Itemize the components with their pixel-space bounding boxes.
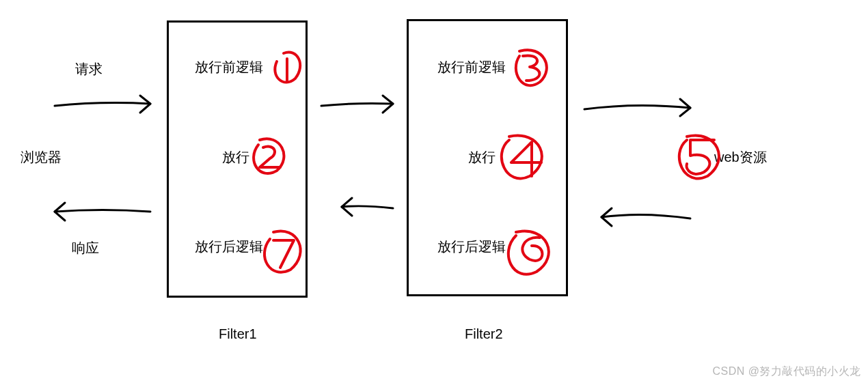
browser-label: 浏览器: [21, 148, 62, 167]
watermark: CSDN @努力敲代码的小火龙: [712, 365, 861, 379]
filter2-pre-label: 放行前逻辑: [437, 58, 506, 76]
filter2-caption: Filter2: [465, 326, 503, 342]
filter1-pass-label: 放行: [222, 148, 249, 167]
filter2-post-label: 放行后逻辑: [437, 238, 506, 256]
filter2-pass-label: 放行: [468, 148, 496, 167]
web-resource-label: web资源: [714, 148, 767, 167]
response-label: 响应: [72, 239, 99, 257]
filter1-post-label: 放行后逻辑: [195, 238, 263, 256]
filter1-caption: Filter1: [219, 326, 257, 342]
annotation-5: [679, 136, 719, 179]
filter1-pre-label: 放行前逻辑: [195, 58, 263, 76]
request-label: 请求: [75, 60, 103, 79]
